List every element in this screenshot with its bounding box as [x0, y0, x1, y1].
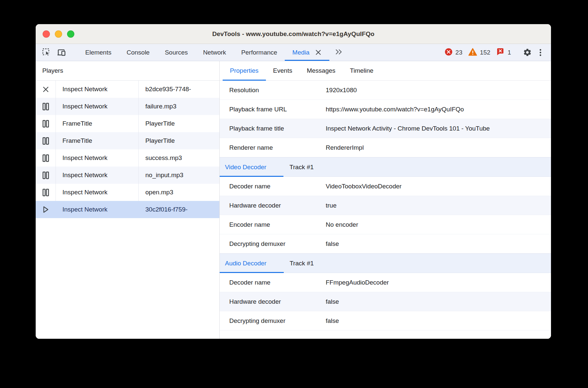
tab-network[interactable]: Network — [196, 44, 234, 61]
property-row: Decrypting demuxer false — [220, 311, 551, 330]
players-list: Inspect Network b2dce935-7748- Inspect N… — [36, 81, 219, 218]
property-value: https://www.youtube.com/watch?v=e1gAyQuI… — [326, 106, 551, 113]
pause-icon — [36, 167, 55, 184]
property-value: No encoder — [326, 221, 551, 228]
detail-panel-empty-space — [220, 330, 551, 339]
close-media-tab-icon[interactable] — [315, 49, 322, 56]
player-name: Inspect Network — [55, 167, 138, 184]
property-label: Hardware decoder — [220, 202, 326, 209]
player-id: no_input.mp3 — [138, 167, 219, 184]
tab-sources[interactable]: Sources — [157, 44, 196, 61]
zoom-window-button[interactable] — [67, 30, 74, 38]
player-row[interactable]: Inspect Network open.mp3 — [36, 184, 219, 201]
tab-messages[interactable]: Messages — [300, 61, 343, 80]
issues-counter[interactable]: 1 — [496, 48, 511, 57]
property-row: Decrypting demuxer false — [220, 234, 551, 253]
traffic-lights — [43, 30, 74, 38]
player-id: PlayerTitle — [138, 115, 219, 132]
player-row[interactable]: Inspect Network success.mp3 — [36, 149, 219, 167]
close-window-button[interactable] — [43, 30, 50, 38]
kebab-menu-icon[interactable] — [534, 46, 547, 59]
decoder-tab[interactable]: Video Decoder — [220, 158, 283, 176]
pause-icon — [36, 149, 55, 167]
player-name: Inspect Network — [55, 81, 138, 98]
decoder-tab[interactable]: Audio Decoder — [220, 254, 284, 273]
tab-performance[interactable]: Performance — [234, 44, 285, 61]
tab-media[interactable]: Media — [285, 44, 329, 61]
property-value: VideoTooboxVideoDecoder — [326, 183, 551, 190]
issues-icon — [496, 48, 504, 57]
property-label: Encoder name — [220, 221, 326, 228]
player-id: open.mp3 — [138, 184, 219, 201]
property-value: true — [326, 202, 551, 209]
property-label: Decrypting demuxer — [220, 240, 326, 248]
property-label: Decoder name — [220, 183, 326, 190]
property-value: 1920x1080 — [326, 87, 551, 94]
more-tabs-button[interactable] — [329, 44, 349, 61]
toolbar-right: 23 152 1 — [439, 44, 551, 61]
player-name: FrameTitle — [55, 115, 138, 132]
track-tab[interactable]: Track #1 — [284, 254, 320, 273]
property-label: Renderer name — [220, 144, 326, 151]
player-id: b2dce935-7748- — [138, 81, 219, 98]
toolbar-left-icons — [36, 44, 74, 61]
property-label: Playback frame title — [220, 125, 326, 132]
pause-icon — [36, 98, 55, 115]
error-icon — [445, 48, 453, 57]
player-row[interactable]: FrameTitle PlayerTitle — [36, 132, 219, 149]
tab-elements[interactable]: Elements — [78, 44, 119, 61]
window-title: DevTools - www.youtube.com/watch?v=e1gAy… — [212, 30, 374, 38]
warning-icon — [468, 48, 477, 57]
property-row: Renderer name RendererImpl — [220, 138, 551, 157]
players-panel: Players Inspect Network b2dce935-7748- I… — [36, 61, 220, 339]
tab-events[interactable]: Events — [266, 61, 300, 80]
property-value: FFmpegAudioDecoder — [326, 279, 551, 286]
decoder-sections: Video Decoder Track #1 Decoder name Vide… — [220, 157, 551, 330]
player-detail-panel: Properties Events Messages Timeline Reso… — [220, 61, 551, 339]
property-value: false — [326, 317, 551, 325]
property-row: Decoder name VideoTooboxVideoDecoder — [220, 177, 551, 196]
pause-icon — [36, 115, 55, 132]
minimize-window-button[interactable] — [55, 30, 62, 38]
property-value: false — [326, 298, 551, 305]
player-id: 30c2f016-f759- — [138, 201, 219, 218]
property-row: Resolution 1920x1080 — [220, 81, 551, 100]
decoder-section-header: Video Decoder Track #1 — [220, 157, 551, 177]
player-row[interactable]: Inspect Network failure.mp3 — [36, 98, 219, 115]
device-toolbar-icon[interactable] — [55, 46, 68, 59]
error-counter[interactable]: 23 — [445, 48, 462, 57]
player-name: Inspect Network — [55, 149, 138, 167]
issues-count: 1 — [507, 49, 511, 56]
decoder-section-header: Audio Decoder Track #1 — [220, 253, 551, 273]
detail-tabs: Properties Events Messages Timeline — [220, 61, 551, 81]
player-row[interactable]: Inspect Network 30c2f016-f759- — [36, 201, 219, 218]
tab-properties[interactable]: Properties — [223, 61, 266, 80]
property-row: Hardware decoder true — [220, 196, 551, 215]
titlebar: DevTools - www.youtube.com/watch?v=e1gAy… — [36, 24, 551, 44]
property-value: Inspect Network Activity - Chrome DevToo… — [326, 125, 551, 132]
player-id: success.mp3 — [138, 149, 219, 167]
player-id: failure.mp3 — [138, 98, 219, 115]
chevron-double-right-icon — [335, 48, 343, 57]
devtools-window: DevTools - www.youtube.com/watch?v=e1gAy… — [36, 24, 551, 339]
warning-counter[interactable]: 152 — [468, 48, 491, 57]
player-name: Inspect Network — [55, 98, 138, 115]
warning-count: 152 — [480, 49, 491, 56]
property-label: Playback frame URL — [220, 106, 326, 113]
panel-tabs: Elements Console Sources Network Perform… — [78, 44, 349, 61]
inspect-element-icon[interactable] — [40, 46, 53, 59]
error-count: 23 — [456, 49, 462, 56]
player-id: PlayerTitle — [138, 132, 219, 149]
players-panel-empty-space — [36, 218, 219, 339]
tab-timeline[interactable]: Timeline — [343, 61, 381, 80]
tab-console[interactable]: Console — [119, 44, 157, 61]
property-label: Decrypting demuxer — [220, 317, 326, 325]
player-row[interactable]: Inspect Network b2dce935-7748- — [36, 81, 219, 98]
track-tab[interactable]: Track #1 — [283, 158, 319, 176]
player-row[interactable]: Inspect Network no_input.mp3 — [36, 167, 219, 184]
property-row: Hardware decoder false — [220, 292, 551, 311]
settings-gear-icon[interactable] — [521, 46, 534, 59]
main-area: Players Inspect Network b2dce935-7748- I… — [36, 61, 551, 339]
player-row[interactable]: FrameTitle PlayerTitle — [36, 115, 219, 132]
property-row: Playback frame URL https://www.youtube.c… — [220, 100, 551, 119]
